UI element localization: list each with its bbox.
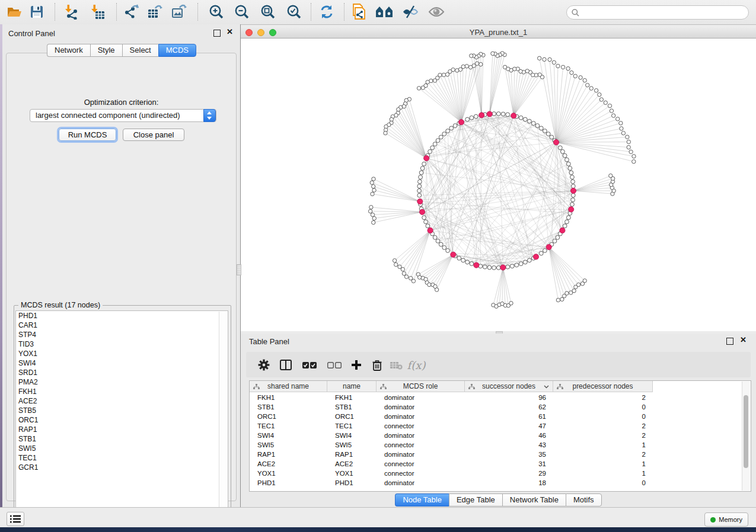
table-cell: 1: [553, 459, 653, 469]
refresh-view-button[interactable]: [317, 3, 337, 21]
columns-icon: [280, 360, 292, 370]
select-all-button[interactable]: [301, 356, 318, 374]
desktop-wallpaper-bottom-edge: [0, 527, 756, 532]
table-settings-button[interactable]: [255, 356, 273, 374]
trash-icon: [372, 360, 382, 371]
zoom-fit-button[interactable]: [258, 3, 278, 21]
table-cell: PHD1: [327, 478, 377, 488]
table-cell: ORC1: [327, 412, 377, 421]
table-row[interactable]: ORC1ORC1dominator610: [250, 412, 653, 421]
tab-node-table[interactable]: Node Table: [395, 493, 449, 507]
mcds-list-scrollbar[interactable]: [219, 312, 227, 517]
mcds-result-item[interactable]: STB5: [16, 406, 228, 415]
graphics-details-button[interactable]: [400, 3, 420, 21]
show-columns-button[interactable]: [277, 356, 295, 374]
visibility-button[interactable]: [426, 3, 446, 21]
table-cell: SWI5: [327, 440, 377, 450]
table-row[interactable]: ACE2ACE2connector311: [250, 459, 653, 469]
control-tabs: NetworkStyleSelectMCDS: [47, 44, 196, 57]
table-cell: 0: [553, 412, 653, 421]
mcds-result-item[interactable]: GCR1: [16, 463, 228, 472]
table-row[interactable]: SWI4SWI4dominator462: [250, 431, 653, 440]
clone-network-button[interactable]: [349, 3, 369, 21]
function-builder-button[interactable]: f(x): [407, 356, 425, 374]
table-row[interactable]: YOX1YOX1connector291: [250, 469, 653, 478]
mcds-result-item[interactable]: SWI5: [16, 444, 228, 453]
tab-network[interactable]: Network: [47, 44, 90, 57]
search-field[interactable]: [566, 5, 749, 20]
tab-network-table[interactable]: Network Table: [502, 493, 566, 507]
show-log-button[interactable]: [7, 512, 24, 526]
table-row[interactable]: STB1STB1dominator620: [250, 402, 653, 412]
mcds-result-list[interactable]: PHD1CAR1STP4TID3YOX1SWI4SRD1PMA2FKH1ACE2…: [15, 310, 228, 518]
import-table-button[interactable]: [88, 3, 108, 21]
destroy-table-button[interactable]: [387, 356, 405, 374]
table-row[interactable]: RAP1RAP1dominator352: [250, 450, 653, 459]
run-mcds-button[interactable]: Run MCDS: [59, 129, 116, 141]
close-panel-button[interactable]: Close panel: [123, 129, 184, 141]
import-network-button[interactable]: [62, 3, 82, 21]
column-header-shared-name[interactable]: shared name: [250, 381, 327, 392]
table-cell: 18: [465, 478, 553, 488]
table-cell: 62: [465, 402, 553, 412]
mcds-result-item[interactable]: YOX1: [16, 349, 228, 358]
zoom-out-button[interactable]: [232, 3, 252, 21]
column-label: name: [343, 382, 361, 390]
column-header-successor-nodes[interactable]: successor nodes: [465, 381, 553, 392]
tab-select[interactable]: Select: [122, 44, 158, 57]
delete-column-button[interactable]: [368, 356, 386, 374]
mcds-result-item[interactable]: FKH1: [16, 387, 228, 396]
column-header-MCDS-role[interactable]: MCDS role: [377, 381, 465, 392]
table-close-icon[interactable]: ✕: [740, 336, 747, 344]
table-row[interactable]: PHD1PHD1dominator180: [250, 478, 653, 488]
network-canvas[interactable]: [241, 39, 756, 331]
mcds-result-item[interactable]: SWI4: [16, 358, 228, 368]
save-session-button[interactable]: [27, 3, 47, 21]
mcds-result-item[interactable]: ACE2: [16, 396, 228, 406]
mcds-result-items: PHD1CAR1STP4TID3YOX1SWI4SRD1PMA2FKH1ACE2…: [16, 311, 228, 472]
tab-mcds[interactable]: MCDS: [158, 44, 196, 57]
export-image-button[interactable]: [170, 3, 190, 21]
mcds-result-item[interactable]: STB1: [16, 434, 228, 444]
zoom-selected-button[interactable]: [284, 3, 304, 21]
table-scrollbar-thumb[interactable]: [744, 395, 748, 468]
table-float-icon[interactable]: [726, 338, 733, 345]
table-cell: dominator: [377, 402, 465, 412]
mcds-result-item[interactable]: PMA2: [16, 377, 228, 387]
tab-style[interactable]: Style: [90, 44, 122, 57]
criterion-select[interactable]: largest connected component (undirected): [30, 109, 216, 122]
export-network-button[interactable]: [122, 3, 142, 21]
overview-button[interactable]: [374, 3, 394, 21]
mcds-result-item[interactable]: ORC1: [16, 415, 228, 425]
tab-edge-table[interactable]: Edge Table: [449, 493, 502, 507]
column-header-name[interactable]: name: [327, 381, 377, 392]
clear-selection-button[interactable]: [326, 356, 343, 374]
mcds-result-item[interactable]: SRD1: [16, 368, 228, 377]
memory-button[interactable]: Memory: [704, 512, 748, 527]
mcds-result-item[interactable]: TEC1: [16, 453, 228, 463]
memory-label: Memory: [719, 516, 742, 523]
open-file-button[interactable]: [4, 3, 24, 21]
close-panel-icon[interactable]: ✕: [227, 28, 233, 36]
tab-motifs[interactable]: Motifs: [566, 493, 602, 507]
mcds-result-item[interactable]: CAR1: [16, 321, 228, 330]
float-panel-icon[interactable]: [213, 30, 221, 37]
table-row[interactable]: TEC1TEC1connector472: [250, 421, 653, 431]
graphics-details-icon: [402, 5, 419, 18]
table-cell: 35: [465, 450, 553, 459]
table-row[interactable]: SWI5SWI5connector431: [250, 440, 653, 450]
table-scrollbar[interactable]: [742, 382, 750, 491]
export-table-button[interactable]: [145, 3, 165, 21]
table-cell: 2: [553, 421, 653, 431]
search-input[interactable]: [582, 8, 744, 17]
table-row[interactable]: FKH1FKH1dominator962: [250, 393, 653, 402]
mcds-panel-body: Optimization criterion: largest connecte…: [6, 53, 237, 501]
mcds-result-item[interactable]: PHD1: [16, 311, 228, 321]
zoom-in-button[interactable]: [206, 3, 227, 21]
add-column-button[interactable]: [347, 356, 365, 374]
column-header-predecessor-nodes[interactable]: predecessor nodes: [553, 381, 653, 392]
mcds-result-item[interactable]: STP4: [16, 330, 228, 339]
mcds-result-item[interactable]: RAP1: [16, 425, 228, 434]
split-grip-vertical[interactable]: [237, 264, 241, 275]
mcds-result-item[interactable]: TID3: [16, 339, 228, 349]
